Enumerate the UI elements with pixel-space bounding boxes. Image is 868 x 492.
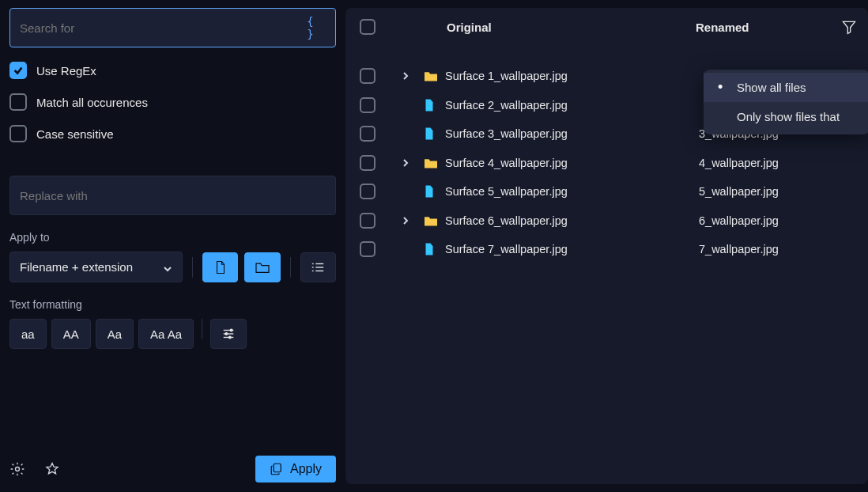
file-icon bbox=[423, 184, 445, 199]
replace-input-container[interactable] bbox=[9, 176, 336, 215]
folder-icon bbox=[423, 70, 445, 82]
filter-show-all-item[interactable]: Show all files bbox=[704, 73, 868, 102]
row-checkbox[interactable] bbox=[360, 97, 376, 113]
original-filename: Surface 7_wallpaper.jpg bbox=[445, 243, 699, 255]
use-regex-checkbox[interactable] bbox=[9, 62, 27, 79]
expand-chevron-icon[interactable] bbox=[401, 216, 423, 225]
original-filename: Surface 2_wallpaper.jpg bbox=[445, 99, 699, 112]
lowercase-button[interactable]: aa bbox=[9, 319, 47, 349]
renamed-filename: 7_wallpaper.jpg bbox=[699, 243, 854, 255]
uppercase-button[interactable]: AA bbox=[51, 319, 91, 349]
use-regex-label: Use RegEx bbox=[36, 64, 96, 78]
table-row[interactable]: Surface 4_wallpaper.jpg4_wallpaper.jpg bbox=[345, 149, 868, 178]
original-filename: Surface 4_wallpaper.jpg bbox=[445, 157, 699, 169]
include-folders-button[interactable] bbox=[244, 252, 280, 282]
separator bbox=[202, 319, 202, 339]
case-sensitive-label: Case sensitive bbox=[36, 127, 114, 141]
chevron-down-icon bbox=[163, 263, 172, 272]
svg-point-12 bbox=[16, 467, 20, 471]
row-checkbox[interactable] bbox=[360, 184, 376, 199]
row-checkbox[interactable] bbox=[360, 213, 376, 229]
file-icon bbox=[423, 127, 445, 141]
match-all-checkbox[interactable] bbox=[9, 93, 27, 111]
favorite-button[interactable] bbox=[44, 461, 60, 477]
original-column-header: Original bbox=[447, 21, 492, 34]
row-checkbox[interactable] bbox=[360, 155, 376, 171]
folder-icon bbox=[423, 157, 445, 169]
case-sensitive-checkbox[interactable] bbox=[9, 125, 27, 142]
replace-input[interactable] bbox=[20, 189, 326, 202]
apply-to-dropdown[interactable]: Filename + extension bbox=[9, 252, 183, 282]
renamed-filename: 5_wallpaper.jpg bbox=[699, 185, 854, 198]
table-row[interactable]: Surface 7_wallpaper.jpg7_wallpaper.jpg bbox=[345, 235, 868, 264]
text-format-settings-button[interactable] bbox=[210, 319, 247, 349]
expand-chevron-icon[interactable] bbox=[401, 71, 423, 81]
file-icon bbox=[423, 98, 445, 112]
filter-only-show-item[interactable]: Only show files that bbox=[704, 102, 868, 131]
enumerate-items-button[interactable] bbox=[300, 252, 336, 282]
separator bbox=[290, 257, 291, 278]
expand-chevron-icon[interactable] bbox=[401, 158, 423, 168]
file-icon bbox=[423, 242, 445, 256]
filter-button[interactable] bbox=[841, 19, 857, 37]
original-filename: Surface 3_wallpaper.jpg bbox=[445, 127, 699, 140]
folder-icon bbox=[423, 214, 445, 227]
renamed-filename: 6_wallpaper.jpg bbox=[699, 214, 854, 227]
original-filename: Surface 1_wallpaper.jpg bbox=[445, 70, 699, 82]
row-checkbox[interactable] bbox=[360, 241, 376, 257]
row-checkbox[interactable] bbox=[360, 68, 376, 84]
row-checkbox[interactable] bbox=[360, 126, 376, 142]
original-filename: Surface 5_wallpaper.jpg bbox=[445, 185, 699, 198]
table-row[interactable]: Surface 6_wallpaper.jpg6_wallpaper.jpg bbox=[345, 206, 868, 236]
search-input[interactable] bbox=[20, 21, 307, 35]
original-filename: Surface 6_wallpaper.jpg bbox=[445, 214, 699, 227]
regex-braces-icon[interactable]: { } bbox=[307, 15, 326, 40]
text-formatting-label: Text formatting bbox=[9, 298, 336, 311]
renamed-filename: 4_wallpaper.jpg bbox=[699, 157, 854, 169]
filter-dropdown-menu: Show all files Only show files that bbox=[704, 70, 868, 134]
apply-button-label: Apply bbox=[290, 462, 322, 476]
include-files-button[interactable] bbox=[202, 252, 238, 282]
match-all-label: Match all occurences bbox=[36, 96, 148, 109]
search-input-container[interactable]: { } bbox=[9, 8, 336, 47]
apply-to-value: Filename + extension bbox=[20, 260, 133, 274]
select-all-checkbox[interactable] bbox=[360, 19, 376, 35]
apply-to-label: Apply to bbox=[9, 231, 336, 244]
separator bbox=[192, 257, 193, 278]
table-header: Original Renamed bbox=[345, 8, 868, 46]
svg-point-9 bbox=[230, 329, 232, 331]
capitalize-each-word-button[interactable]: Aa Aa bbox=[138, 319, 194, 349]
table-row[interactable]: Surface 5_wallpaper.jpg5_wallpaper.jpg bbox=[345, 177, 868, 206]
svg-rect-13 bbox=[274, 464, 281, 472]
svg-point-10 bbox=[225, 333, 228, 335]
settings-button[interactable] bbox=[9, 461, 25, 477]
svg-point-11 bbox=[229, 336, 232, 339]
titlecase-button[interactable]: Aa bbox=[96, 319, 134, 349]
apply-button[interactable]: Apply bbox=[255, 456, 336, 483]
renamed-column-header: Renamed bbox=[696, 21, 854, 34]
